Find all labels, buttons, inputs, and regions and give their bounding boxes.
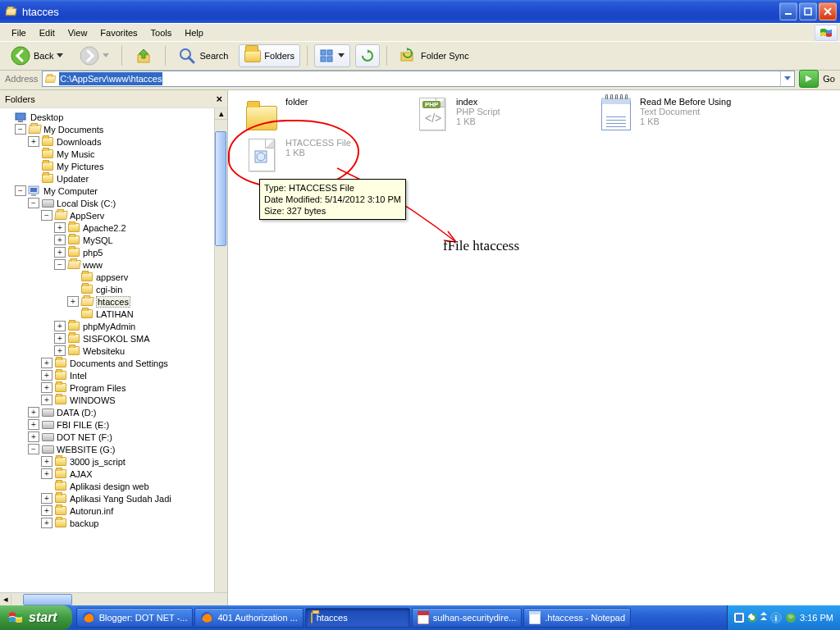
tree-item[interactable]: +3000 js_script xyxy=(2,455,214,468)
tree-expand-toggle[interactable]: + xyxy=(41,493,52,504)
folder-open-icon xyxy=(54,210,67,221)
tree-expand-toggle[interactable]: + xyxy=(54,333,66,344)
file-item-htaccess[interactable]: HTACCESS File 1 KB xyxy=(244,138,413,172)
menu-help[interactable]: Help xyxy=(178,26,210,39)
tree-item[interactable]: +MySQL xyxy=(2,234,214,246)
folders-button[interactable]: Folders xyxy=(239,44,300,67)
tree-item[interactable]: +htacces xyxy=(2,295,214,308)
maximize-button[interactable] xyxy=(799,2,817,21)
tree-expand-toggle[interactable]: + xyxy=(28,407,39,418)
tree-expand-toggle[interactable]: + xyxy=(41,395,52,405)
tree-item[interactable]: +SISFOKOL SMA xyxy=(2,332,214,345)
tree-item[interactable]: −WEBSITE (G:) xyxy=(2,443,214,455)
up-button[interactable] xyxy=(129,44,158,67)
address-dropdown[interactable] xyxy=(780,71,794,86)
tree-item[interactable]: Updater xyxy=(2,172,214,185)
tree-expand-toggle[interactable]: + xyxy=(54,345,66,356)
tree-item[interactable]: +Intel xyxy=(2,369,214,381)
menu-tools[interactable]: Tools xyxy=(144,26,179,39)
taskbar-item[interactable]: htacces xyxy=(305,608,410,628)
forward-button[interactable] xyxy=(74,44,115,67)
tree-item[interactable]: +php5 xyxy=(2,246,214,258)
file-list[interactable]: folder HTACCESS File 1 KB PHP</> index P… xyxy=(228,90,840,605)
taskbar-item[interactable]: 401 Authorization ... xyxy=(194,608,303,628)
tree-item[interactable]: LATIHAN xyxy=(2,308,214,320)
tree-item[interactable]: −AppServ xyxy=(2,209,214,221)
tray-chevron-icon[interactable] xyxy=(760,612,767,623)
tree-item[interactable]: +AJAX xyxy=(2,468,214,480)
start-button[interactable]: start xyxy=(0,605,72,630)
tree-expand-toggle[interactable]: − xyxy=(28,444,39,454)
tree-expand-toggle[interactable]: + xyxy=(54,247,66,258)
address-input[interactable]: C:\AppServ\www\htacces xyxy=(42,71,795,87)
menu-view[interactable]: View xyxy=(62,26,94,39)
tree-item[interactable]: +Program Files xyxy=(2,381,214,394)
views-button[interactable] xyxy=(314,44,350,67)
menu-edit[interactable]: Edit xyxy=(33,26,62,39)
tree-item[interactable]: +Aplikasi Yang Sudah Jadi xyxy=(2,492,214,504)
tree-item[interactable]: My Pictures xyxy=(2,160,214,172)
minimize-button[interactable] xyxy=(779,2,797,21)
tree-item[interactable]: +WINDOWS xyxy=(2,394,214,406)
tree-expand-toggle[interactable]: + xyxy=(41,358,52,368)
close-button[interactable] xyxy=(819,2,837,21)
tree-expand-toggle[interactable]: + xyxy=(41,456,52,467)
tree-item[interactable]: appserv xyxy=(2,271,214,283)
tree-item[interactable]: Desktop xyxy=(2,111,214,123)
taskbar-item[interactable]: .htaccess - Notepad xyxy=(523,608,631,628)
tree-expand-toggle[interactable]: + xyxy=(41,370,52,381)
svg-rect-0 xyxy=(785,13,792,15)
tree-expand-toggle[interactable]: − xyxy=(15,185,26,196)
folders-pane-close[interactable]: × xyxy=(216,93,222,105)
tree-expand-toggle[interactable]: + xyxy=(54,235,66,245)
tree-expand-toggle[interactable]: + xyxy=(41,518,52,528)
foldersync-button[interactable]: Folder Sync xyxy=(394,44,475,67)
tree-item[interactable]: My Music xyxy=(2,148,214,160)
tree-item[interactable]: +Documents and Settings xyxy=(2,357,214,369)
taskbar-item[interactable]: sulhan-securitydire... xyxy=(412,608,523,628)
search-button[interactable]: Search xyxy=(172,44,234,67)
tree-item[interactable]: −My Computer xyxy=(2,185,214,197)
tree-item[interactable]: +Websiteku xyxy=(2,345,214,357)
tree-item[interactable]: +DATA (D:) xyxy=(2,406,214,418)
tree-expand-toggle[interactable]: + xyxy=(41,468,52,479)
tree-item[interactable]: +DOT NET (F:) xyxy=(2,431,214,443)
tree-item[interactable]: +FBI FILE (E:) xyxy=(2,418,214,431)
tree-expand-toggle[interactable]: − xyxy=(15,124,26,135)
tree-item[interactable]: +Apache2.2 xyxy=(2,221,214,234)
tree-expand-toggle[interactable]: + xyxy=(28,419,39,430)
tree-item[interactable]: +Downloads xyxy=(2,135,214,148)
folder-tree[interactable]: Desktop−My Documents+DownloadsMy MusicMy… xyxy=(0,108,214,592)
menu-file[interactable]: File xyxy=(5,26,33,39)
tree-item[interactable]: +phpMyAdmin xyxy=(2,320,214,332)
tree-expand-toggle[interactable]: + xyxy=(28,136,39,147)
menu-favorites[interactable]: Favorites xyxy=(94,26,144,39)
tree-expand-toggle[interactable]: − xyxy=(41,210,52,221)
tree-item[interactable]: cgi-bin xyxy=(2,283,214,295)
tree-expand-toggle[interactable]: + xyxy=(28,431,39,442)
tree-item[interactable]: +Autorun.inf xyxy=(2,504,214,517)
tree-expand-toggle[interactable]: − xyxy=(28,198,39,208)
system-tray[interactable]: i 3:16 PM xyxy=(727,605,840,630)
tree-expand-toggle[interactable]: + xyxy=(54,321,66,331)
tree-item[interactable]: −Local Disk (C:) xyxy=(2,197,214,209)
file-item-index[interactable]: PHP</> index PHP Script 1 KB xyxy=(415,97,583,131)
back-button[interactable]: Back xyxy=(5,44,69,67)
tree-expand-toggle[interactable]: − xyxy=(54,259,66,270)
tree-expand-toggle[interactable]: + xyxy=(41,505,52,516)
file-item-folder[interactable]: folder xyxy=(244,97,413,131)
taskbar-item[interactable]: Blogger: DOT NET -... xyxy=(76,608,194,628)
tree-expand-toggle[interactable]: + xyxy=(41,382,52,393)
tree-expand-toggle[interactable]: + xyxy=(67,296,79,307)
tree-item[interactable]: −My Documents xyxy=(2,123,214,135)
file-item-readme[interactable]: Read Me Before Using Text Document 1 KB xyxy=(599,97,767,131)
tree-vertical-scrollbar[interactable]: ▴ xyxy=(214,108,227,592)
go-button[interactable] xyxy=(799,70,819,88)
tree-item[interactable]: +backup xyxy=(2,517,214,529)
tree-item[interactable]: −www xyxy=(2,258,214,271)
tree-item[interactable]: Aplikasi design web xyxy=(2,480,214,492)
tree-horizontal-scrollbar[interactable]: ◂ xyxy=(0,592,227,605)
file-icon xyxy=(244,138,279,172)
refresh-button[interactable] xyxy=(355,44,380,67)
tree-expand-toggle[interactable]: + xyxy=(54,222,66,233)
